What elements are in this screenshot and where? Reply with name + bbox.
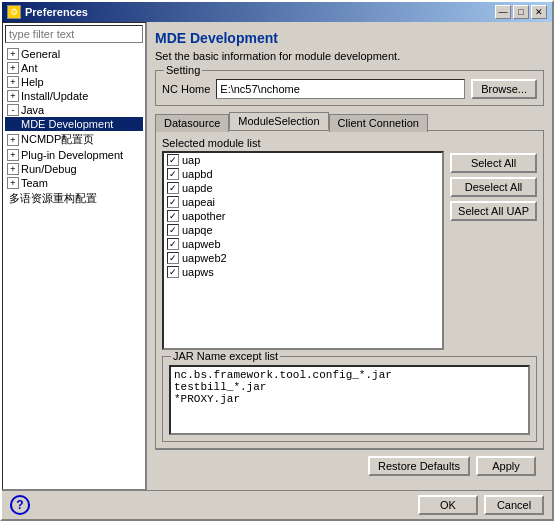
module-checkbox[interactable] <box>167 266 179 278</box>
window-title: Preferences <box>25 6 88 18</box>
sidebar-label-plugin: Plug-in Development <box>21 149 123 161</box>
page-title: MDE Development <box>155 30 544 46</box>
main-panel: MDE Development Set the basic informatio… <box>147 22 552 490</box>
module-name: uapweb2 <box>182 252 227 264</box>
deselect-all-button[interactable]: Deselect All <box>450 177 537 197</box>
title-bar: ⚙ Preferences — □ ✕ <box>2 2 552 22</box>
module-checkbox[interactable] <box>167 252 179 264</box>
content-area: + General + Ant + Help + Install/Update … <box>2 22 552 490</box>
module-name: uapws <box>182 266 214 278</box>
select-all-button[interactable]: Select All <box>450 153 537 173</box>
page-description: Set the basic information for module dev… <box>155 50 544 62</box>
module-name: uapbd <box>182 168 213 180</box>
module-section: Selected module list uapuapbduapdeuapeai… <box>162 137 537 350</box>
nc-home-label: NC Home <box>162 83 210 95</box>
setting-group-label: Setting <box>164 64 202 76</box>
sidebar-label-help: Help <box>21 76 44 88</box>
sidebar-label-mde: MDE Development <box>21 118 113 130</box>
module-name: uapde <box>182 182 213 194</box>
nc-home-input[interactable] <box>216 79 465 99</box>
restore-defaults-button[interactable]: Restore Defaults <box>368 456 470 476</box>
module-checkbox[interactable] <box>167 224 179 236</box>
sidebar-item-team[interactable]: + Team <box>5 176 143 190</box>
expander-ncmdp[interactable]: + <box>7 134 19 146</box>
module-checkbox[interactable] <box>167 182 179 194</box>
sidebar-item-help[interactable]: + Help <box>5 75 143 89</box>
jar-textarea-area <box>169 365 530 435</box>
sidebar-label-multilang: 多语资源重构配置 <box>9 191 97 206</box>
ok-button[interactable]: OK <box>418 495 478 515</box>
expander-ant[interactable]: + <box>7 62 19 74</box>
expander-java[interactable]: - <box>7 104 19 116</box>
sidebar: + General + Ant + Help + Install/Update … <box>2 22 147 490</box>
cancel-button[interactable]: Cancel <box>484 495 544 515</box>
jar-section: JAR Name except list <box>162 356 537 442</box>
setting-group: Setting NC Home Browse... <box>155 70 544 106</box>
module-checkbox[interactable] <box>167 168 179 180</box>
expander-install[interactable]: + <box>7 90 19 102</box>
list-item[interactable]: uapeai <box>164 195 442 209</box>
module-name: uap <box>182 154 200 166</box>
module-list-area: Selected module list uapuapbduapdeuapeai… <box>162 137 444 350</box>
module-list[interactable]: uapuapbduapdeuapeaiuapotheruapqeuapwebua… <box>162 151 444 350</box>
list-item[interactable]: uapbd <box>164 167 442 181</box>
module-checkbox[interactable] <box>167 196 179 208</box>
sidebar-item-ant[interactable]: + Ant <box>5 61 143 75</box>
jar-textarea[interactable] <box>169 365 530 435</box>
sidebar-item-general[interactable]: + General <box>5 47 143 61</box>
footer-bar: ? OK Cancel <box>2 490 552 519</box>
sidebar-item-mde-development[interactable]: MDE Development <box>5 117 143 131</box>
sidebar-label-java: Java <box>21 104 44 116</box>
module-name: uapqe <box>182 224 213 236</box>
sidebar-label-general: General <box>21 48 60 60</box>
help-icon[interactable]: ? <box>10 495 30 515</box>
expander-plugin[interactable]: + <box>7 149 19 161</box>
sidebar-label-install: Install/Update <box>21 90 88 102</box>
tab-module-selection[interactable]: ModuleSelection <box>229 112 328 130</box>
close-button[interactable]: ✕ <box>531 5 547 19</box>
list-item[interactable]: uapweb2 <box>164 251 442 265</box>
sidebar-label-ant: Ant <box>21 62 38 74</box>
sidebar-label-team: Team <box>21 177 48 189</box>
sidebar-item-plugin[interactable]: + Plug-in Development <box>5 148 143 162</box>
tab-content: Selected module list uapuapbduapdeuapeai… <box>155 130 544 449</box>
window-icon: ⚙ <box>7 5 21 19</box>
sidebar-label-ncmdp: NCMDP配置页 <box>21 132 94 147</box>
list-item[interactable]: uap <box>164 153 442 167</box>
tab-client-connection[interactable]: Client Connetion <box>329 114 428 132</box>
module-name: uapweb <box>182 238 221 250</box>
maximize-button[interactable]: □ <box>513 5 529 19</box>
select-all-uap-button[interactable]: Select All UAP <box>450 201 537 221</box>
nc-home-row: NC Home Browse... <box>162 79 537 99</box>
sidebar-item-install-update[interactable]: + Install/Update <box>5 89 143 103</box>
module-name: uapother <box>182 210 225 222</box>
list-item[interactable]: uapde <box>164 181 442 195</box>
module-checkbox[interactable] <box>167 210 179 222</box>
expander-general[interactable]: + <box>7 48 19 60</box>
tabs-container: Datasource ModuleSelection Client Connet… <box>155 112 544 130</box>
preferences-window: ⚙ Preferences — □ ✕ + General + Ant + He… <box>0 0 554 521</box>
sidebar-item-rundebug[interactable]: + Run/Debug <box>5 162 143 176</box>
browse-button[interactable]: Browse... <box>471 79 537 99</box>
apply-button[interactable]: Apply <box>476 456 536 476</box>
list-item[interactable]: uapqe <box>164 223 442 237</box>
list-item[interactable]: uapweb <box>164 237 442 251</box>
expander-team[interactable]: + <box>7 177 19 189</box>
sidebar-item-ncmdp[interactable]: + NCMDP配置页 <box>5 131 143 148</box>
module-checkbox[interactable] <box>167 238 179 250</box>
module-buttons: Select All Deselect All Select All UAP <box>450 137 537 350</box>
expander-rundebug[interactable]: + <box>7 163 19 175</box>
list-item[interactable]: uapother <box>164 209 442 223</box>
sidebar-item-java[interactable]: - Java <box>5 103 143 117</box>
minimize-button[interactable]: — <box>495 5 511 19</box>
sidebar-item-multilang[interactable]: 多语资源重构配置 <box>5 190 143 207</box>
bottom-bar: Restore Defaults Apply <box>155 449 544 482</box>
tab-datasource[interactable]: Datasource <box>155 114 229 132</box>
expander-help[interactable]: + <box>7 76 19 88</box>
list-item[interactable]: uapws <box>164 265 442 279</box>
filter-input[interactable] <box>5 25 143 43</box>
jar-section-title: JAR Name except list <box>171 350 280 362</box>
module-checkbox[interactable] <box>167 154 179 166</box>
sidebar-label-rundebug: Run/Debug <box>21 163 77 175</box>
footer-buttons: OK Cancel <box>418 495 544 515</box>
